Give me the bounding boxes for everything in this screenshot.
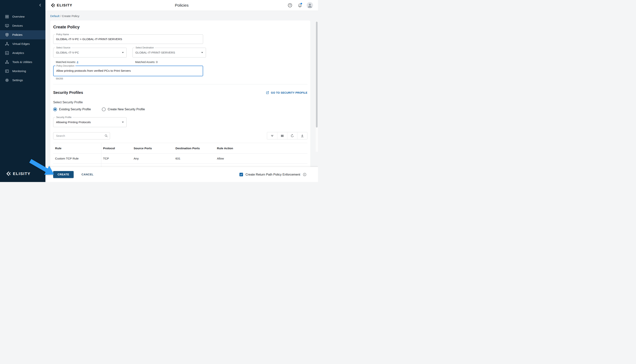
elisity-mark-icon	[6, 171, 11, 176]
col-header-rule: Rule	[53, 143, 101, 154]
radio-label: Create New Security Profile	[108, 108, 145, 111]
sidebar-item-label: Tools & Utilities	[12, 60, 32, 64]
radio-existing-security-profile[interactable]: Existing Security Profile	[53, 108, 91, 111]
refresh-icon[interactable]	[287, 132, 297, 139]
elisity-logo-header: ELISITY	[50, 3, 72, 8]
filter-icon[interactable]	[267, 132, 277, 139]
return-path-label: Create Return Path Policy Enforcement	[246, 173, 300, 176]
breadcrumb: Default / Create Policy	[50, 14, 310, 18]
sidebar-item-label: Settings	[12, 78, 23, 82]
security-profile-radio-group: Existing Security Profile Create New Sec…	[53, 106, 307, 112]
virtual-edges-icon	[5, 42, 9, 46]
breadcrumb-separator: /	[60, 14, 62, 18]
chevron-down-icon	[201, 52, 203, 53]
dashboard-icon	[5, 14, 9, 19]
radio-create-new-security-profile[interactable]: Create New Security Profile	[102, 108, 145, 111]
search-input[interactable]	[56, 134, 104, 137]
sidebar-item-analytics[interactable]: Analytics	[0, 48, 46, 58]
card-title: Create Policy	[53, 24, 307, 30]
notifications-bell-icon[interactable]	[297, 2, 303, 8]
user-avatar[interactable]	[307, 2, 313, 8]
page-title: Policies	[175, 3, 189, 8]
destination-matched-assets: Matched Assets:0	[133, 60, 158, 64]
table-row[interactable]: Custom TCP Rule TCP Any 631 Allow	[53, 154, 307, 164]
security-profile-dropdown[interactable]: Security Profile Allowing Printing Proto…	[53, 117, 127, 127]
go-to-security-profile-link[interactable]: GO TO SECURITY PROFILE	[266, 91, 307, 94]
chevron-down-icon	[122, 122, 124, 123]
columns-icon[interactable]	[277, 132, 287, 139]
source-matched-assets: Matched Assets:4	[53, 60, 133, 64]
devices-icon	[5, 24, 9, 28]
character-counter: 59/255	[56, 78, 307, 80]
analytics-icon	[5, 51, 9, 55]
table-row-partial	[53, 164, 307, 167]
cell-protocol: TCP	[101, 154, 132, 164]
shield-icon	[5, 33, 9, 37]
go-to-security-profile-label: GO TO SECURITY PROFILE	[271, 91, 307, 94]
policy-description-field[interactable]: Policy Description Allow printing protoc…	[53, 66, 203, 76]
sidebar-nav: Overview Devices Policies Virtual Edges	[0, 12, 46, 85]
table-toolbar-row	[53, 132, 307, 140]
col-header-protocol: Protocol	[101, 143, 132, 154]
table-header-row: Rule Protocol Source Ports Destination P…	[53, 143, 307, 154]
policy-name-label: Policy Name	[55, 33, 70, 36]
top-header: ELISITY Policies ?	[46, 0, 318, 10]
col-header-source-ports: Source Ports	[132, 143, 174, 154]
policy-description-input[interactable]: Allow printing protocols from verified P…	[56, 66, 200, 76]
sidebar-item-label: Analytics	[12, 51, 24, 55]
select-destination-dropdown[interactable]: Select Destination GLOBAL-IT-PRINT-SERVE…	[133, 48, 206, 58]
settings-icon	[5, 78, 9, 82]
chevron-down-icon	[122, 52, 124, 53]
rules-table: Rule Protocol Source Ports Destination P…	[53, 143, 307, 167]
search-icon	[104, 134, 108, 138]
sidebar-item-label: Monitoring	[12, 70, 26, 73]
return-path-option: Create Return Path Policy Enforcement	[239, 172, 307, 176]
matched-assets-row: Matched Assets:4 Matched Assets:0	[53, 60, 307, 64]
sidebar-item-virtual-edges[interactable]: Virtual Edges	[0, 39, 46, 48]
info-icon[interactable]	[303, 172, 307, 176]
brand-text: ELISITY	[13, 172, 31, 176]
select-security-profile-heading: Select Security Profile	[53, 101, 307, 104]
sidebar-item-label: Overview	[12, 15, 25, 18]
sidebar-item-monitoring[interactable]: Monitoring	[0, 66, 46, 76]
sidebar-item-policies[interactable]: Policies	[0, 30, 46, 39]
vertical-scrollbar[interactable]	[315, 21, 318, 152]
main-area: ELISITY Policies ? Default /	[46, 0, 318, 182]
rules-search[interactable]	[53, 132, 110, 140]
source-destination-row: Select Source GLOBAL-IT-V-PC Select Dest…	[53, 48, 307, 58]
sidebar-item-overview[interactable]: Overview	[0, 12, 46, 21]
external-link-icon	[266, 91, 269, 94]
app-window: Overview Devices Policies Virtual Edges	[0, 0, 318, 182]
select-source-dropdown[interactable]: Select Source GLOBAL-IT-V-PC	[53, 48, 127, 58]
check-icon	[240, 173, 243, 176]
breadcrumb-parent-link[interactable]: Default	[50, 14, 60, 18]
col-header-rule-action: Rule Action	[215, 143, 307, 154]
return-path-checkbox[interactable]	[239, 173, 243, 176]
sidebar-item-tools-utilities[interactable]: Tools & Utilities	[0, 58, 46, 66]
download-icon[interactable]	[297, 132, 307, 139]
policy-name-input[interactable]	[56, 38, 200, 41]
brand-text: ELISITY	[57, 3, 72, 8]
footer-action-bar: CREATE CANCEL Create Return Path Policy …	[46, 167, 318, 182]
create-policy-card: Create Policy Policy Name Select Source …	[50, 20, 310, 167]
select-destination-label: Select Destination	[135, 46, 155, 49]
policy-description-label: Policy Description	[56, 64, 75, 67]
policy-name-field[interactable]: Policy Name	[53, 34, 203, 44]
matched-assets-label: Matched Assets:	[56, 60, 76, 64]
cell-rule: Custom TCP Rule	[53, 154, 101, 164]
help-icon[interactable]: ?	[287, 2, 293, 8]
source-matched-count-link[interactable]: 4	[77, 60, 78, 64]
security-profile-label: Security Profile	[55, 116, 73, 118]
sidebar-collapse-icon[interactable]	[38, 3, 43, 7]
sidebar-item-label: Devices	[12, 24, 23, 28]
sidebar-item-settings[interactable]: Settings	[0, 76, 46, 85]
cancel-button[interactable]: CANCEL	[80, 172, 95, 178]
security-profiles-header: Security Profiles GO TO SECURITY PROFILE	[53, 90, 307, 95]
create-button[interactable]: CREATE	[53, 171, 74, 178]
elisity-mark-icon	[50, 3, 55, 8]
scrollbar-thumb[interactable]	[316, 22, 318, 128]
sidebar-item-label: Virtual Edges	[12, 42, 30, 46]
notification-badge-dot	[301, 3, 302, 4]
sidebar-item-devices[interactable]: Devices	[0, 21, 46, 30]
col-header-destination-ports: Destination Ports	[174, 143, 215, 154]
